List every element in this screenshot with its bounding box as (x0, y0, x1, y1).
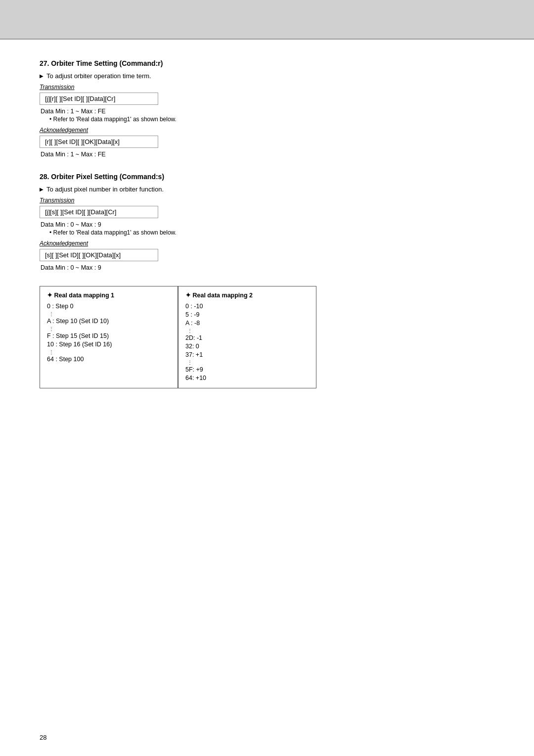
section-28-ack-cmd: [s][ ][Set ID][ ][OK][Data][x] (40, 249, 158, 261)
section-27-ack-label: Acknowledgement (40, 127, 494, 134)
section-28-data-note: Refer to 'Real data mapping1' as shown b… (49, 229, 494, 236)
mapping-2-dots-1: ⋮ (187, 328, 309, 333)
section-28-heading: 28. Orbiter Pixel Setting (Command:s) (40, 173, 494, 181)
mapping-1-row-0: 0 : Step 0 (47, 303, 171, 310)
section-27-transmission-cmd: [j][r][ ][Set ID][ ][Data][Cr] (40, 93, 158, 105)
section-27-data-note: Refer to 'Real data mapping1' as shown b… (49, 116, 494, 123)
mapping-1-row-10: 10 : Step 16 (Set ID 16) (47, 341, 171, 348)
mapping-2-row-32: 32: 0 (185, 343, 309, 350)
section-27-ack-data-range: Data Min : 1 ~ Max : FE (41, 151, 494, 158)
section-28-ack-label: Acknowledgement (40, 240, 494, 247)
section-27-bullet: To adjust orbiter operation time term. (40, 72, 494, 80)
mapping-1-title: Real data mapping 1 (54, 292, 114, 299)
mapping-table-1: ✦ Real data mapping 1 0 : Step 0 ⋮ A : S… (40, 286, 178, 388)
mapping-1-dots-1: ⋮ (49, 311, 171, 317)
mapping-1-dots-2: ⋮ (49, 326, 171, 331)
mapping-2-row-64: 64: +10 (185, 375, 309, 381)
section-28-data-range: Data Min : 0 ~ Max : 9 (41, 221, 494, 228)
section-28: 28. Orbiter Pixel Setting (Command:s) To… (40, 173, 494, 271)
mapping-1-row-a: A : Step 10 (Set ID 10) (47, 318, 171, 325)
section-28-transmission-label: Transmission (40, 197, 494, 204)
section-27-transmission-label: Transmission (40, 84, 494, 91)
mapping-table-2: ✦ Real data mapping 2 0 : -10 5 : -9 A :… (178, 286, 316, 388)
section-28-transmission-cmd: [j][s][ ][Set ID][ ][Data][Cr] (40, 206, 158, 218)
mapping-2-row-37: 37: +1 (185, 351, 309, 358)
page-number: 28 (40, 734, 46, 741)
section-28-ack-data-range: Data Min : 0 ~ Max : 9 (41, 264, 494, 271)
mapping-tables: ✦ Real data mapping 1 0 : Step 0 ⋮ A : S… (40, 286, 316, 388)
section-27: 27. Orbiter Time Setting (Command:r) To … (40, 59, 494, 158)
mapping-2-row-2d: 2D: -1 (185, 334, 309, 341)
section-28-bullet: To adjust pixel number in orbiter functi… (40, 186, 494, 193)
mapping-2-title: Real data mapping 2 (192, 292, 253, 299)
mapping-2-dots-2: ⋮ (187, 360, 309, 365)
mapping-1-row-64: 64 : Step 100 (47, 356, 171, 363)
mapping-2-row-5: 5 : -9 (185, 311, 309, 318)
mapping-1-star: ✦ (47, 292, 54, 299)
section-27-data-range: Data Min : 1 ~ Max : FE (41, 108, 494, 115)
mapping-1-dots-3: ⋮ (49, 349, 171, 355)
mapping-1-row-f: F : Step 15 (Set ID 15) (47, 332, 171, 339)
mapping-2-row-0: 0 : -10 (185, 303, 309, 310)
section-27-ack-cmd: [r][ ][Set ID][ ][OK][Data][x] (40, 136, 158, 148)
mapping-2-row-5f: 5F: +9 (185, 366, 309, 373)
mapping-1-header: ✦ Real data mapping 1 (47, 291, 171, 299)
main-content: 27. Orbiter Time Setting (Command:r) To … (0, 40, 534, 418)
section-27-heading: 27. Orbiter Time Setting (Command:r) (40, 59, 494, 67)
mapping-2-header: ✦ Real data mapping 2 (185, 291, 309, 299)
top-bar (0, 0, 534, 40)
mapping-2-row-a: A : -8 (185, 320, 309, 327)
mapping-2-star: ✦ (185, 292, 192, 299)
